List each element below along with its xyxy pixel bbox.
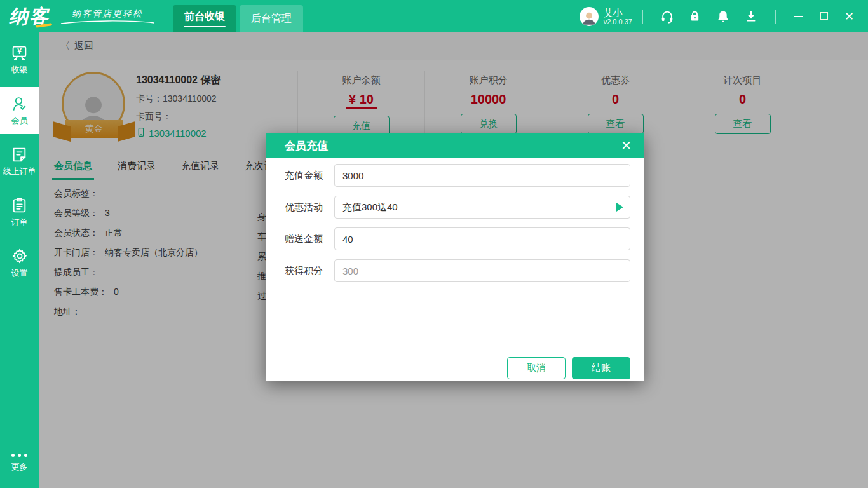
field-bonus-amount: 赠送金额 <box>285 227 630 250</box>
modal-header: 会员充值 ✕ <box>266 133 644 158</box>
nav-tab-label: 前台收银 <box>184 10 225 24</box>
sidebar-item-orders[interactable]: 订单 <box>0 189 39 236</box>
bonus-amount-input[interactable] <box>334 227 630 250</box>
nav-tab-backstage[interactable]: 后台管理 <box>240 5 303 32</box>
field-earned-points: 获得积分 <box>285 259 630 282</box>
order-icon <box>11 197 28 214</box>
online-order-icon <box>11 146 28 163</box>
promo-activity-select[interactable] <box>334 196 630 219</box>
modal-title: 会员充值 <box>285 139 328 153</box>
slogan-swoosh-icon <box>60 20 155 25</box>
cashier-icon: ¥ <box>11 44 28 62</box>
topbar-right-cluster: 艾小 v2.0.0.37 ✕ <box>580 7 868 26</box>
slogan-text: 纳客管店更轻松 <box>72 8 143 20</box>
bell-icon[interactable] <box>716 10 730 24</box>
divider <box>775 10 776 24</box>
earned-points-input[interactable] <box>334 259 630 282</box>
download-icon[interactable] <box>744 10 758 24</box>
field-label: 充值金额 <box>285 170 334 182</box>
user-meta: 艾小 v2.0.0.37 <box>604 7 632 26</box>
sidebar-item-online-orders[interactable]: 线上订单 <box>0 138 39 185</box>
sidebar-item-label: 设置 <box>11 268 28 279</box>
checkout-button[interactable]: 结账 <box>572 357 630 379</box>
field-promo-activity: 优惠活动 <box>285 196 630 219</box>
sidebar-item-member[interactable]: 会员 <box>0 87 39 134</box>
cancel-button[interactable]: 取消 <box>507 357 566 379</box>
nav-tab-label: 后台管理 <box>251 12 292 25</box>
recharge-modal: 会员充值 ✕ 充值金额 优惠活动 赠送金额 获得积分 取消 结账 <box>266 133 644 381</box>
close-icon[interactable]: ✕ <box>844 10 854 24</box>
field-label: 赠送金额 <box>285 233 334 245</box>
headset-icon[interactable] <box>660 10 674 24</box>
sidebar: ¥ 收银 会员 线上订单 订单 设置 更多 <box>0 32 39 488</box>
sidebar-item-cashier[interactable]: ¥ 收银 <box>0 36 39 83</box>
more-dots-icon <box>11 454 27 457</box>
sidebar-item-label: 线上订单 <box>3 166 36 177</box>
modal-close-icon[interactable]: ✕ <box>621 139 632 152</box>
app-version: v2.0.0.37 <box>604 18 632 26</box>
maximize-icon[interactable] <box>820 10 828 24</box>
user-chip[interactable]: 艾小 v2.0.0.37 <box>580 7 632 26</box>
field-label: 优惠活动 <box>285 201 334 214</box>
sidebar-item-label: 收银 <box>11 64 28 76</box>
sidebar-item-label: 会员 <box>11 115 28 126</box>
promo-activity-input[interactable] <box>334 196 630 219</box>
svg-text:¥: ¥ <box>17 47 22 56</box>
minimize-icon[interactable] <box>794 10 803 24</box>
sidebar-item-label: 更多 <box>11 461 28 473</box>
member-icon <box>11 95 28 112</box>
nav-tab-front-cashier[interactable]: 前台收银 <box>173 5 236 32</box>
field-label: 获得积分 <box>285 265 334 277</box>
user-name: 艾小 <box>604 7 632 18</box>
recharge-amount-input[interactable] <box>334 164 630 187</box>
sidebar-item-label: 订单 <box>11 217 28 228</box>
divider <box>642 10 643 24</box>
slogan: 纳客管店更轻松 <box>60 8 155 25</box>
user-avatar <box>580 7 599 26</box>
settings-icon <box>11 248 28 265</box>
lock-icon[interactable] <box>688 10 702 24</box>
main-nav: 前台收银 后台管理 <box>173 5 303 32</box>
sidebar-item-settings[interactable]: 设置 <box>0 240 39 287</box>
modal-footer: 取消 结账 <box>507 357 630 379</box>
field-recharge-amount: 充值金额 <box>285 164 630 187</box>
dropdown-arrow-icon[interactable] <box>616 203 623 212</box>
active-tab-underline <box>184 26 226 27</box>
app-logo: 纳客 <box>9 7 50 26</box>
sidebar-item-more[interactable]: 更多 <box>0 445 39 482</box>
topbar: 纳客 纳客管店更轻松 前台收银 后台管理 艾小 v2.0.0.37 <box>0 0 868 32</box>
